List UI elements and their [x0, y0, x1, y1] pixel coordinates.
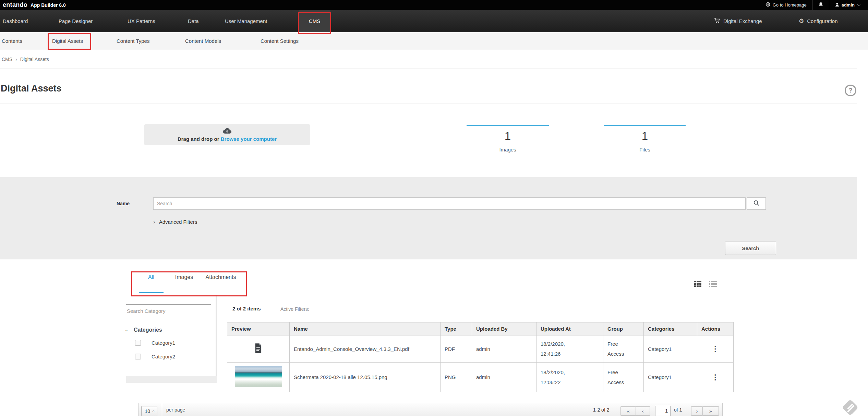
- gear-icon: ⚙: [799, 18, 804, 24]
- configuration-label: Configuration: [807, 18, 837, 24]
- nav-item-dashboard[interactable]: Dashboard: [3, 10, 28, 32]
- categories-tree-root[interactable]: Categories: [134, 327, 162, 333]
- user-icon: [835, 2, 839, 8]
- pagination-bar: 10 › per page 1-2 of 2 « ‹ of 1 › »: [138, 403, 723, 416]
- nav-item-page-designer[interactable]: Page Designer: [59, 10, 93, 32]
- kebab-menu-icon[interactable]: ⋮: [701, 374, 729, 381]
- asset-categories: Category1: [644, 335, 697, 363]
- search-input[interactable]: [153, 197, 746, 210]
- horizontal-scrollbar[interactable]: [126, 376, 217, 383]
- nav-item-data[interactable]: Data: [188, 10, 199, 32]
- subnav-item-content-models[interactable]: Content Models: [185, 32, 221, 50]
- search-button[interactable]: Search: [725, 242, 776, 255]
- asset-name: Schermata 2020-02-18 alle 12.05.15.png: [290, 363, 441, 392]
- divider: [0, 103, 857, 103]
- divider: [227, 294, 227, 322]
- subnav-item-content-types[interactable]: Content Types: [117, 32, 149, 50]
- category1-label[interactable]: Category1: [152, 340, 175, 346]
- category-search-input[interactable]: [126, 304, 211, 316]
- asset-type: PDF: [441, 335, 472, 363]
- kebab-menu-icon[interactable]: ⋮: [701, 345, 729, 352]
- asset-categories: Category1: [644, 363, 697, 392]
- table-header-row: Preview Name Type Uploaded By Uploaded A…: [227, 322, 734, 335]
- help-icon[interactable]: ?: [845, 85, 856, 96]
- tab-attachments[interactable]: Attachments: [201, 274, 241, 280]
- chevron-right-icon: ›: [153, 219, 155, 225]
- active-filters-label: Active Filters:: [280, 306, 309, 312]
- user-menu[interactable]: admin: [829, 0, 865, 10]
- advanced-filters-label: Advanced Filters: [159, 219, 197, 225]
- stat-images: 1 Images: [467, 125, 549, 152]
- entando-watermark-icon: [842, 400, 858, 416]
- tab-images[interactable]: Images: [171, 274, 197, 280]
- asset-group: Free Access: [603, 335, 644, 363]
- page-edge-scrollbar[interactable]: [866, 50, 866, 416]
- divider: [0, 69, 857, 69]
- stat-files-value: 1: [604, 130, 686, 143]
- top-bar: entando App Builder 6.0 Go to Homepage: [0, 0, 868, 10]
- page-title: Digital Assets: [1, 83, 62, 94]
- nav-item-configuration[interactable]: ⚙ Configuration: [799, 10, 837, 32]
- subnav-item-contents[interactable]: Contents: [2, 32, 22, 50]
- app-title: App Builder 6.0: [31, 2, 66, 8]
- go-to-homepage-link[interactable]: Go to Homepage: [760, 0, 812, 10]
- per-page-label: per page: [166, 407, 185, 413]
- nav-item-ux-patterns[interactable]: UX Patterns: [128, 10, 155, 32]
- asset-uploaded-by: admin: [472, 363, 537, 392]
- last-page-button[interactable]: »: [702, 406, 719, 416]
- next-page-button[interactable]: ›: [691, 406, 703, 416]
- globe-icon: [765, 2, 770, 8]
- entando-logo: entando: [3, 1, 27, 9]
- chevron-down-icon[interactable]: ›: [124, 330, 130, 331]
- upload-dropzone[interactable]: Drag and drop or Browse your computer: [144, 124, 310, 145]
- breadcrumb-cms[interactable]: CMS: [2, 57, 12, 62]
- prev-page-button[interactable]: ‹: [636, 406, 650, 416]
- pagination-range: 1-2 of 2: [593, 407, 609, 413]
- nav-item-user-management[interactable]: User Management: [225, 10, 267, 32]
- nav-item-digital-exchange[interactable]: Digital Exchange: [714, 10, 762, 32]
- vertical-scrollbar[interactable]: [216, 295, 217, 383]
- col-header-preview: Preview: [227, 322, 290, 335]
- cart-icon: [714, 18, 720, 24]
- asset-group: Free Access: [603, 363, 644, 392]
- notifications-button[interactable]: [813, 0, 829, 10]
- cms-subnav: Contents Digital Assets Content Types Co…: [0, 32, 868, 50]
- table-row: Schermata 2020-02-18 alle 12.05.15.png P…: [227, 363, 734, 392]
- chevron-up-icon: ›: [150, 410, 156, 412]
- subnav-item-digital-assets[interactable]: Digital Assets: [52, 32, 83, 50]
- app-builder-screen: entando App Builder 6.0 Go to Homepage: [0, 0, 868, 416]
- page-size-select[interactable]: 10 ›: [141, 406, 157, 416]
- advanced-filters-toggle[interactable]: › Advanced Filters: [153, 219, 197, 225]
- first-page-button[interactable]: «: [620, 406, 636, 416]
- total-pages-label: of 1: [674, 407, 682, 413]
- nav-item-cms[interactable]: CMS: [299, 10, 330, 32]
- user-label: admin: [842, 2, 855, 8]
- image-thumbnail[interactable]: [235, 366, 282, 387]
- main-nav: Dashboard Page Designer UX Patterns Data…: [0, 10, 868, 32]
- category2-checkbox[interactable]: [135, 354, 141, 359]
- dropzone-text: Drag and drop or Browse your computer: [178, 136, 277, 142]
- list-view-icon[interactable]: [709, 281, 717, 287]
- tab-all[interactable]: All: [139, 274, 164, 280]
- stat-files: 1 Files: [604, 125, 686, 152]
- col-header-name: Name: [290, 322, 441, 335]
- upload-cloud-icon: [223, 127, 231, 135]
- stat-files-label: Files: [604, 147, 686, 152]
- breadcrumb: CMS›Digital Assets: [2, 50, 49, 69]
- category2-label[interactable]: Category2: [152, 354, 175, 359]
- current-page-input[interactable]: [655, 406, 671, 416]
- search-icon-button[interactable]: [747, 197, 766, 210]
- asset-uploaded-at: 18/2/2020, 12:41:26: [537, 335, 603, 363]
- digital-exchange-label: Digital Exchange: [723, 18, 762, 24]
- divider: [162, 403, 162, 416]
- asset-uploaded-at: 18/2/2020, 12:06:22: [537, 363, 603, 392]
- grid-view-icon[interactable]: [694, 281, 701, 287]
- subnav-item-content-settings[interactable]: Content Settings: [261, 32, 299, 50]
- browse-computer-link[interactable]: Browse your computer: [221, 136, 277, 142]
- asset-name: Entando_Admin_Console_Overview_4.3.3_EN.…: [290, 335, 441, 363]
- category1-checkbox[interactable]: [135, 340, 141, 346]
- asset-preview-cell: [227, 335, 290, 363]
- asset-actions-cell: ⋮: [697, 363, 734, 392]
- col-header-type: Type: [441, 322, 472, 335]
- results-count: 2 of 2 items: [232, 306, 261, 311]
